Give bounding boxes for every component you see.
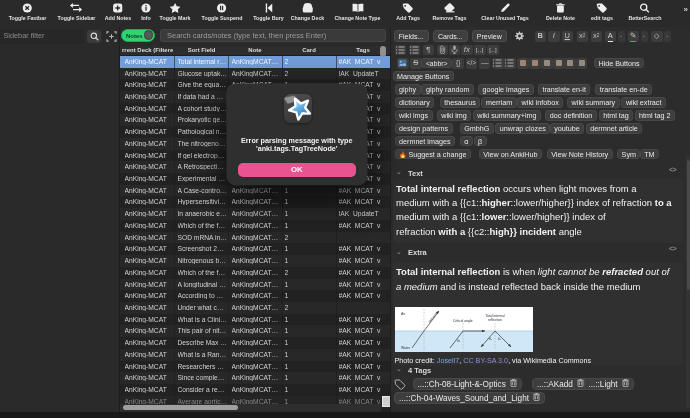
svg-text:Critical angle: Critical angle xyxy=(453,319,473,323)
svg-text:θ₁: θ₁ xyxy=(489,337,492,341)
svg-text:Water: Water xyxy=(401,346,411,350)
svg-text:θ₁: θ₁ xyxy=(498,337,501,341)
svg-text:θc: θc xyxy=(457,339,461,343)
svg-text:reflection: reflection xyxy=(488,318,502,322)
